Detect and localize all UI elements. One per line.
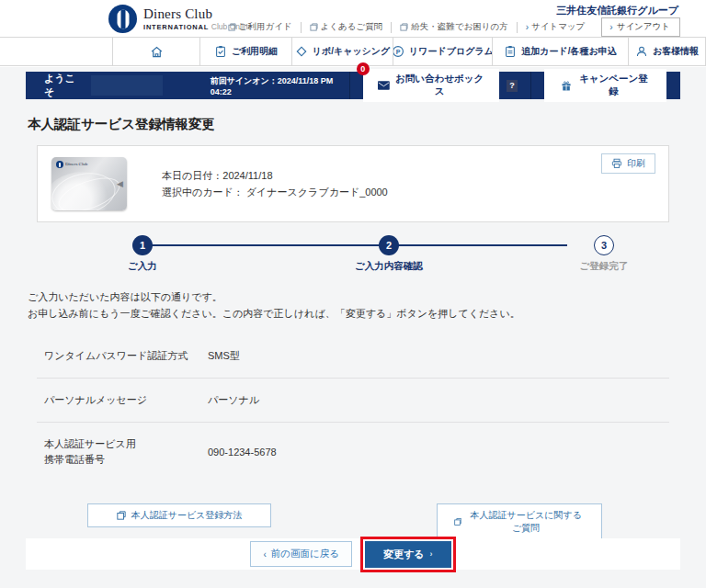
step-complete: 3 ご登録完了: [549, 235, 659, 273]
window-icon: [400, 23, 408, 31]
field-label: 携帯電話番号: [44, 452, 208, 468]
card-logo: Diners Club: [56, 161, 87, 168]
today-date: 本日の日付：2024/11/18: [162, 168, 388, 185]
external-link-icon: [454, 517, 461, 526]
inquiry-box-button[interactable]: お問い合わせボックス: [363, 69, 499, 102]
external-link-icon: [117, 511, 126, 520]
confirmation-table: ワンタイムパスワード認証方式 SMS型 パーソナルメッセージ パーソナル 本人認…: [37, 334, 669, 481]
diners-club-logo-icon: [108, 5, 137, 33]
inquiry-count-badge: 0: [357, 62, 370, 75]
step-label: ご入力内容確認: [334, 260, 444, 273]
welcome-bar-actions: お問い合わせボックス 0 ? キャンペーン登録: [349, 72, 680, 99]
contactless-icon: ◀: [117, 179, 123, 188]
field-label: 本人認証サービス用: [44, 436, 208, 452]
step-label: ご登録完了: [549, 260, 659, 273]
nav-spacer: [0, 38, 112, 65]
statement-icon: [214, 45, 227, 58]
diners-club-online-page: Diners Club INTERNATIONAL Club Online 三井…: [0, 0, 706, 588]
divider: [530, 72, 531, 99]
submit-change-button[interactable]: 変更する ›: [365, 541, 451, 568]
table-row: ワンタイムパスワード認証方式 SMS型: [37, 334, 669, 379]
confirmation-instructions: ご入力いただいた内容は以下の通りです。 お申し込み前にもう一度ご確認ください。こ…: [28, 288, 706, 322]
svg-text:P: P: [396, 49, 401, 55]
logo-line2: INTERNATIONAL: [143, 23, 209, 31]
card-info-text: 本日の日付：2024/11/18 選択中のカード： ダイナースクラブカード_00…: [162, 168, 388, 200]
window-icon: [310, 23, 318, 31]
print-button[interactable]: 印刷: [601, 153, 655, 174]
field-value: パーソナル: [208, 393, 259, 407]
help-icon[interactable]: ?: [507, 80, 518, 92]
nav-item-customer-info[interactable]: お客様情報: [628, 38, 706, 65]
faq-link[interactable]: よくあるご質問: [302, 21, 392, 33]
field-value: 090-1234-5678: [208, 447, 277, 458]
registration-guide-button[interactable]: 本人認証サービス登録方法: [87, 503, 271, 527]
welcome-bar: ようこそ 前回サインオン：2024/11/18 PM 04:22 お問い合わせボ…: [26, 72, 680, 99]
campaign-register-button[interactable]: キャンペーン登録: [544, 69, 666, 102]
diners-club-logo-icon: [56, 161, 63, 168]
page-title: 本人認証サービス登録情報変更: [28, 116, 706, 133]
step-confirm: 2 ご入力内容確認: [334, 235, 444, 273]
help-links-row: 本人認証サービス登録方法 本人認証サービスに関するご質問: [0, 503, 706, 526]
revolving-icon: [295, 45, 308, 58]
nav-item-revolving[interactable]: リボ/キャッシング: [291, 38, 393, 65]
nav-item-statement[interactable]: ご利用明細: [199, 38, 291, 65]
last-signon-timestamp: 前回サインオン：2024/11/18 PM 04:22: [211, 75, 349, 96]
card-info-panel: Diners Club ◀ 本日の日付：2024/11/18 選択中のカード： …: [37, 145, 669, 222]
highlight-annotation: 変更する ›: [360, 537, 456, 572]
masked-username: [91, 75, 163, 96]
content-area: ようこそ 前回サインオン：2024/11/18 PM 04:22 お問い合わせボ…: [0, 67, 706, 588]
step-number: 3: [594, 235, 614, 255]
field-value: SMS型: [208, 349, 240, 363]
table-row: 本人認証サービス用 携帯電話番号 090-1234-5678: [37, 423, 669, 481]
gift-icon: [561, 80, 572, 92]
chevron-right-icon: ›: [430, 549, 433, 559]
guide-link[interactable]: ご利用ガイド: [220, 21, 301, 33]
envelope-icon: [378, 81, 390, 90]
step-number: 2: [379, 235, 399, 255]
card-logo-text: Diners Club: [65, 162, 87, 167]
service-faq-button[interactable]: 本人認証サービスに関するご質問: [437, 503, 602, 540]
chevron-right-icon: ›: [609, 22, 612, 32]
top-header: Diners Club INTERNATIONAL Club Online 三井…: [0, 0, 706, 37]
card-image: Diners Club ◀: [51, 157, 127, 210]
reward-icon: P: [393, 45, 404, 58]
customer-info-icon: [635, 45, 648, 58]
nav-item-reward[interactable]: P リワードプログラム: [393, 38, 492, 65]
step-number: 1: [132, 235, 153, 255]
welcome-greeting: ようこそ: [44, 72, 84, 99]
step-input: 1 ご入力: [87, 235, 198, 273]
sitemap-link[interactable]: › サイトマップ: [518, 21, 594, 33]
intro-line: お申し込み前にもう一度ご確認ください。この内容で正しければ、「変更する」ボタンを…: [28, 305, 706, 322]
printer-icon: [611, 158, 622, 169]
main-nav: ご利用明細 リボ/キャッシング P リワードプログラム 追加カード/各種お申込 …: [0, 37, 706, 66]
nav-item-additional-card[interactable]: 追加カード/各種お申込: [492, 38, 628, 65]
table-row: パーソナルメッセージ パーソナル: [37, 379, 669, 423]
divider: [349, 72, 350, 99]
progress-steps: 1 ご入力 2 ご入力内容確認 3 ご登録完了: [37, 235, 669, 279]
chevron-right-icon: ›: [526, 22, 529, 32]
chevron-left-icon: ‹: [263, 549, 266, 560]
home-icon: [150, 45, 164, 59]
action-button-strip: ‹ 前の画面に戻る 変更する ›: [26, 538, 680, 570]
nav-item-home[interactable]: [112, 38, 199, 65]
field-label: パーソナルメッセージ: [44, 392, 208, 408]
back-button[interactable]: ‹ 前の画面に戻る: [250, 541, 352, 567]
utility-nav: ご利用ガイド よくあるご質問 紛失・盗難でお困りの方 › サイトマップ › サイ…: [220, 17, 680, 37]
selected-card: 選択中のカード： ダイナースクラブカード_0000: [162, 185, 388, 201]
field-label: ワンタイムパスワード認証方式: [44, 348, 208, 364]
intro-line: ご入力いただいた内容は以下の通りです。: [28, 288, 706, 305]
lost-stolen-link[interactable]: 紛失・盗難でお困りの方: [392, 21, 516, 33]
additional-card-icon: [504, 45, 517, 58]
step-label: ご入力: [87, 260, 198, 273]
bank-group-label: 三井住友信託銀行グループ: [556, 4, 678, 17]
window-icon: [228, 23, 236, 31]
signout-button[interactable]: › サインアウト: [601, 17, 680, 37]
